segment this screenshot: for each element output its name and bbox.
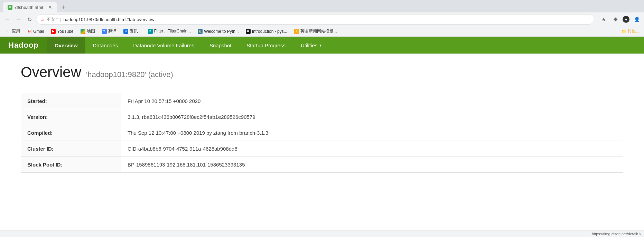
url-text: hadoop101:9870/dfshealth.html#tab-overvi… — [63, 17, 589, 22]
python-label: Welcome to Pyth... — [204, 29, 239, 34]
pyspark-favicon: 📖 — [246, 29, 251, 34]
hadoop-nav: Hadoop Overview Datanodes Datanode Volum… — [0, 37, 644, 54]
bookmark-news[interactable]: N 资讯 — [121, 28, 141, 35]
info-table: Started: Fri Apr 10 20:57:15 +0800 2020 … — [21, 93, 623, 173]
table-row: Version: 3.1.3, rba631c436b806728f8ec2f5… — [21, 109, 623, 125]
back-button[interactable]: ← — [3, 15, 12, 24]
folder-icon: 📁 — [621, 29, 626, 34]
refresh-button[interactable]: ↻ — [25, 15, 34, 24]
table-row: Started: Fri Apr 10 20:57:15 +0800 2020 — [21, 93, 623, 109]
bookmark-filterchain[interactable]: F Filter、FilterChain... — [145, 28, 194, 35]
info-table-body: Started: Fri Apr 10 20:57:15 +0800 2020 … — [21, 93, 623, 173]
url-prefix: 不安全 | — [47, 17, 61, 22]
bookmark-apps[interactable]: ⋮ 应用 — [3, 28, 23, 35]
bookmark-youtube[interactable]: ▶ YouTube — [48, 28, 76, 35]
tab-title: dfshealth.html — [15, 5, 43, 10]
table-row: Cluster ID: CID-a4bab8b6-9704-4752-911a-… — [21, 141, 623, 157]
youtube-favicon: ▶ — [51, 29, 56, 34]
table-row: Compiled: Thu Sep 12 10:47:00 +0800 2019… — [21, 125, 623, 141]
nav-link-startup-progress[interactable]: Startup Progress — [239, 37, 293, 54]
maps-label: 地图 — [87, 28, 95, 34]
page-subtitle: 'hadoop101:9820' (active) — [86, 70, 173, 79]
security-icon: ⚠ — [41, 17, 45, 22]
forward-button[interactable]: → — [14, 15, 23, 24]
bookmark-translate[interactable]: T 翻译 — [99, 28, 119, 35]
extension-button-2[interactable]: ● — [623, 16, 629, 23]
compiled-label: Compiled: — [21, 125, 121, 141]
hadoop-brand[interactable]: Hadoop — [0, 37, 47, 54]
started-value: Fri Apr 10 20:57:15 +0800 2020 — [121, 93, 623, 109]
gmail-label: Gmail — [33, 29, 44, 34]
bookmark-star-button[interactable]: ★ — [599, 15, 608, 24]
browser-actions: ★ ✹ ● 👤 — [599, 15, 641, 24]
block-pool-id-label: Block Pool ID: — [21, 157, 121, 173]
python-favicon: 🐍 — [198, 29, 203, 34]
nav-link-datanodes[interactable]: Datanodes — [85, 37, 126, 54]
table-row: Block Pool ID: BP-1589861193-192.168.181… — [21, 157, 623, 173]
profile-button[interactable]: 👤 — [632, 15, 641, 24]
cluster-id-value: CID-a4bab8b6-9704-4752-911a-4628ab908dd8 — [121, 141, 623, 157]
version-value: 3.1.3, rba631c436b806728f8ec2f54ab1e2895… — [121, 109, 623, 125]
nav-link-snapshot[interactable]: Snapshot — [202, 37, 239, 54]
main-content: Overview 'hadoop101:9820' (active) Start… — [0, 54, 644, 183]
translate-label: 翻译 — [108, 28, 116, 34]
version-label: Version: — [21, 109, 121, 125]
nav-link-overview[interactable]: Overview — [47, 37, 85, 54]
new-tab-button[interactable]: + — [58, 2, 68, 12]
block-pool-id-value: BP-1589861193-192.168.181.101-1586523393… — [121, 157, 623, 173]
nav-link-utilities[interactable]: Utilities ▼ — [293, 37, 330, 54]
tab-favicon: H — [8, 5, 12, 10]
bookmark-gmail[interactable]: M Gmail — [24, 28, 47, 35]
nav-link-datanode-volume-failures[interactable]: Datanode Volume Failures — [125, 37, 202, 54]
tab-bar: H dfshealth.html ✕ + — [0, 0, 644, 12]
utilities-dropdown-icon: ▼ — [319, 44, 322, 47]
address-bar-row: ← → ↻ ⚠ 不安全 | hadoop101:9870/dfshealth.h… — [0, 12, 644, 26]
filterchain-label: Filter、FilterChain... — [154, 28, 191, 34]
english-news-label: 英语新闻网站模板... — [300, 28, 337, 34]
apps-label: 应用 — [12, 28, 20, 34]
news-label: 资讯 — [130, 28, 138, 34]
apps-grid-icon: ⋮ — [6, 29, 10, 34]
bookmark-others-folder[interactable]: 📁 其他... — [619, 28, 641, 35]
title-row: Overview 'hadoop101:9820' (active) — [21, 64, 623, 83]
bookmarks-bar: ⋮ 应用 M Gmail ▶ YouTube 地图 T 翻译 N 资讯 — [0, 26, 644, 37]
cluster-id-label: Cluster ID: — [21, 141, 121, 157]
filterchain-favicon: F — [148, 29, 153, 34]
started-label: Started: — [21, 93, 121, 109]
active-tab[interactable]: H dfshealth.html ✕ — [3, 2, 57, 12]
compiled-value: Thu Sep 12 10:47:00 +0800 2019 by ztang … — [121, 125, 623, 141]
page-title: Overview — [21, 64, 81, 80]
bookmark-pyspark[interactable]: 📖 Introduction - pys... — [243, 28, 290, 35]
bookmarks-separator — [143, 29, 143, 34]
tab-close-icon[interactable]: ✕ — [48, 4, 52, 10]
news-favicon: N — [123, 29, 128, 34]
pyspark-label: Introduction - pys... — [252, 29, 287, 34]
gmail-favicon: M — [27, 29, 32, 34]
translate-favicon: T — [102, 29, 107, 34]
bookmark-maps[interactable]: 地图 — [78, 28, 98, 35]
utilities-label: Utilities — [301, 42, 317, 48]
browser-chrome: H dfshealth.html ✕ + ← → ↻ ⚠ 不安全 | hadoo… — [0, 0, 644, 37]
bookmark-python[interactable]: 🐍 Welcome to Pyth... — [195, 28, 241, 35]
extension-button-1[interactable]: ✹ — [611, 15, 620, 24]
maps-favicon — [81, 29, 85, 34]
address-bar[interactable]: ⚠ 不安全 | hadoop101:9870/dfshealth.html#ta… — [36, 14, 594, 25]
others-label: 其他... — [627, 28, 639, 34]
english-news-favicon: ⭐ — [294, 29, 299, 34]
youtube-label: YouTube — [57, 29, 73, 34]
bookmark-english-news[interactable]: ⭐ 英语新闻网站模板... — [291, 28, 340, 35]
nav-links: Overview Datanodes Datanode Volume Failu… — [47, 37, 330, 54]
